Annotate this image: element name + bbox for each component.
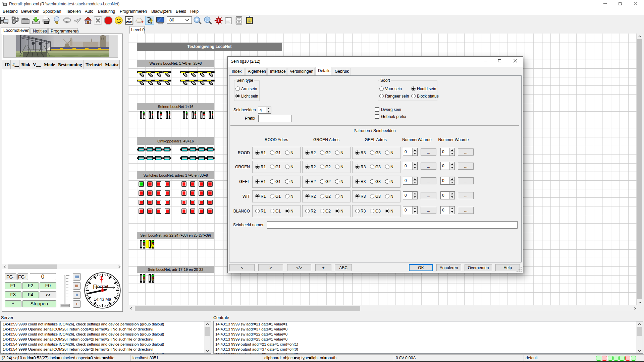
svg-text:ocrail: ocrail [97, 284, 108, 289]
svg-text:!: ! [218, 18, 219, 23]
svg-text:14:43 Ma: 14:43 Ma [94, 297, 111, 302]
svg-text:WiO: WiO [126, 20, 132, 24]
